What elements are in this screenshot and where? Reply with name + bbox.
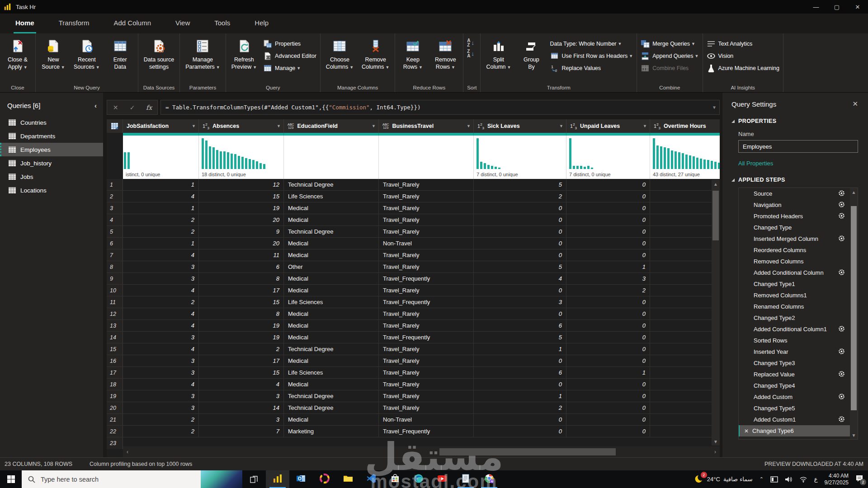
table-row[interactable]: 1248MedicalTravel_Rarely00 (107, 308, 720, 320)
text-analytics-button[interactable]: Text Analytics (707, 38, 780, 50)
scroll-left-icon[interactable]: ‹ (123, 449, 132, 455)
cell[interactable]: 8 (199, 308, 284, 319)
cell[interactable]: 6 (199, 261, 284, 272)
table-row[interactable]: 16317MedicalTravel_Rarely00 (107, 355, 720, 367)
cell[interactable]: Medical (284, 355, 379, 366)
applied-step-sorted-rows[interactable]: Sorted Rows (739, 335, 858, 346)
use-first-row-as-headers-button[interactable]: Use First Row as Headers▼ (550, 50, 633, 62)
cell[interactable]: 0 (566, 179, 650, 190)
scroll-right-icon[interactable]: › (711, 449, 720, 455)
row-number[interactable]: 11 (107, 296, 123, 308)
cell[interactable]: Travel_Rarely (379, 191, 474, 202)
cell[interactable]: 0 (566, 379, 650, 390)
cell[interactable]: Travel_Frequently (379, 296, 474, 308)
sort-descending-button[interactable]: ZA↓ (467, 49, 474, 58)
cell[interactable]: 2 (566, 285, 650, 296)
row-number[interactable]: 13 (107, 320, 123, 331)
cell[interactable] (650, 367, 720, 378)
column-header-sick-leaves[interactable]: 123Sick Leaves▼ (474, 119, 566, 133)
cell[interactable]: 3 (474, 296, 566, 308)
table-row[interactable]: 20314Technical DegreeTravel_Rarely20 (107, 402, 720, 414)
table-row[interactable]: 938MedicalTravel_Frequently43 (107, 273, 720, 285)
horizontal-scroll-thumb[interactable] (439, 448, 616, 455)
group-by-button[interactable]: GroupBy (517, 36, 545, 70)
applied-step-changed-type4[interactable]: Changed Type4 (739, 380, 858, 391)
table-row[interactable]: 1933Technical DegreeTravel_Rarely10 (107, 390, 720, 402)
volume-icon[interactable] (785, 476, 793, 483)
column-header-unpaid-leaves[interactable]: 123Unpaid Leaves▼ (566, 119, 650, 133)
applied-step-changed-type2[interactable]: Changed Type2 (739, 312, 858, 324)
cell[interactable] (650, 308, 720, 319)
query-item-departments[interactable]: Departments (0, 129, 103, 143)
formula-input[interactable]: = Table.TransformColumnTypes(#"Added Cus… (160, 100, 720, 115)
cell[interactable]: Travel_Frequently (379, 273, 474, 284)
cell[interactable]: Medical (284, 332, 379, 343)
cell[interactable] (650, 332, 720, 343)
cell[interactable] (650, 355, 720, 366)
cell[interactable]: Medical (284, 249, 379, 261)
cell[interactable]: Travel_Rarely (379, 226, 474, 237)
manage-parameters-button[interactable]: ManageParameters▼ (184, 36, 222, 71)
tab-help[interactable]: Help (253, 19, 270, 33)
cell[interactable]: Travel_Rarely (379, 379, 474, 390)
cell[interactable]: 0 (474, 414, 566, 425)
cell[interactable]: 0 (566, 249, 650, 261)
applied-step-changed-type1[interactable]: Changed Type1 (739, 278, 858, 290)
cell[interactable]: Medical (284, 379, 379, 390)
cell[interactable]: Travel_Rarely (379, 249, 474, 261)
row-number[interactable]: 23 (107, 437, 123, 449)
cell[interactable]: Technical Degree (284, 390, 379, 402)
cell[interactable]: Medical (284, 308, 379, 319)
cell[interactable]: 0 (474, 426, 566, 437)
cell[interactable]: 0 (566, 414, 650, 425)
cell[interactable]: 2 (199, 343, 284, 355)
table-row[interactable]: 3119MedicalTravel_Rarely00 (107, 202, 720, 214)
scroll-down-icon[interactable]: ▼ (712, 437, 720, 446)
cell[interactable]: 0 (566, 426, 650, 437)
cell[interactable]: 0 (566, 355, 650, 366)
cell[interactable]: 0 (566, 226, 650, 237)
cell[interactable]: 3 (123, 355, 199, 366)
cell[interactable]: Medical (284, 414, 379, 425)
cell[interactable]: 3 (199, 390, 284, 402)
cell[interactable]: Life Sciences (284, 191, 379, 202)
row-number[interactable]: 20 (107, 402, 123, 413)
cell[interactable]: 3 (123, 402, 199, 413)
applied-step-changed-type5[interactable]: Changed Type5 (739, 403, 858, 414)
select-all-button[interactable] (107, 119, 123, 133)
cell[interactable]: 4 (123, 320, 199, 331)
cell[interactable]: 0 (566, 238, 650, 249)
cell[interactable]: 0 (474, 249, 566, 261)
tablet-mode-icon[interactable] (770, 476, 778, 483)
manage-button[interactable]: Manage▼ (263, 62, 316, 74)
cell[interactable]: 2 (123, 226, 199, 237)
column-header-businesstravel[interactable]: ABC123BusinessTravel▼ (379, 119, 474, 133)
row-number[interactable]: 14 (107, 332, 123, 343)
cell[interactable]: 5 (474, 332, 566, 343)
cell[interactable]: 0 (566, 390, 650, 402)
step-settings-gear-icon[interactable] (838, 393, 845, 401)
cell[interactable]: 20 (199, 238, 284, 249)
tab-home[interactable]: Home (14, 19, 36, 33)
query-item-employees[interactable]: Employees (0, 143, 103, 156)
cell[interactable] (650, 390, 720, 402)
table-row[interactable]: 1112Technical DegreeTravel_Rarely50 (107, 179, 720, 191)
cell[interactable]: Technical Degree (284, 402, 379, 413)
column-header-overtime-hours[interactable]: 123Overtime Hours▼ (650, 119, 720, 133)
minimize-button[interactable]: — (806, 0, 826, 14)
cell[interactable]: 1 (566, 261, 650, 272)
column-profile-educationfield[interactable] (284, 136, 379, 179)
row-number[interactable]: 22 (107, 426, 123, 437)
cell[interactable]: 7 (199, 426, 284, 437)
row-number[interactable]: 7 (107, 249, 123, 261)
filter-chevron-icon[interactable]: ▼ (192, 124, 196, 128)
advanced-editor-button[interactable]: Advanced Editor (263, 50, 316, 62)
choose-columns-button[interactable]: ChooseColumns▼ (324, 36, 355, 71)
data-type-whole-number-button[interactable]: Data Type: Whole Number▼ (550, 38, 633, 50)
applied-step-reordered-columns[interactable]: Reordered Columns (739, 244, 858, 256)
close-apply-button[interactable]: Close &Apply▼ (4, 36, 32, 71)
row-number[interactable]: 4 (107, 214, 123, 225)
cell[interactable]: 4 (123, 191, 199, 202)
cell[interactable]: Medical (284, 273, 379, 284)
cell[interactable]: 4 (123, 379, 199, 390)
